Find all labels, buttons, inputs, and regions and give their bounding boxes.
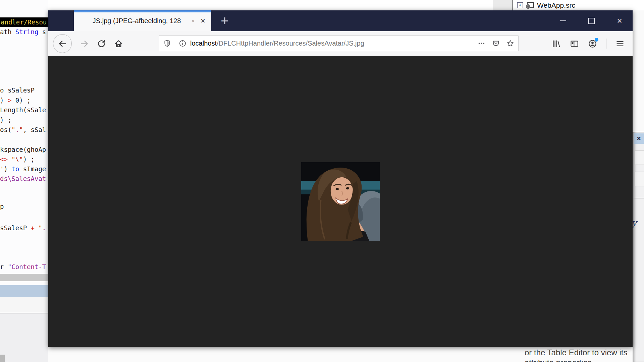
browser-tabbar: JS.jpg (JPEG-afbeelding, 128 × × + × [48,10,633,31]
right-panel-top [633,10,644,132]
menu-icon[interactable] [615,39,625,48]
url-host: localhost [190,40,217,47]
pocket-icon[interactable] [492,40,500,47]
info-icon[interactable] [179,40,186,47]
url-path: /DFLCHttpHandler/Resources/SalesAvatar/J… [217,40,364,47]
account-button[interactable] [588,39,597,48]
tab-title: JS.jpg (JPEG-afbeelding, 128 [74,17,190,25]
account-notification-dot [595,38,598,42]
ide-panel-divider [0,274,48,281]
webapp-icon [526,2,534,9]
browser-window: JS.jpg (JPEG-afbeelding, 128 × × + × [48,10,633,347]
panel-toolbar-button[interactable] [635,150,644,165]
close-icon: × [617,16,622,25]
help-text-line1: or the Table Editor to view its [525,348,627,358]
shield-icon[interactable] [163,40,171,47]
url-text[interactable]: localhost/DFLCHttpHandler/Resources/Sale… [190,40,474,47]
sidebar-icon[interactable] [570,39,579,48]
ide-selected-row[interactable] [0,285,48,297]
minimize-icon [560,20,566,21]
help-text-line2: attribute properties. [525,358,627,362]
help-text: or the Table Editor to view its attribut… [525,348,627,362]
code-line: os(".", sSal [0,125,46,134]
code-line: p [0,202,4,211]
tab-title-truncated: × [192,18,195,24]
tree-node-label: WebApp.src [537,1,575,9]
back-icon [58,39,67,48]
code-line: ') to sImage [0,165,46,173]
back-button[interactable] [53,34,72,53]
maximize-icon [588,18,595,24]
tree-expand-icon[interactable]: + [517,2,523,8]
home-icon[interactable] [114,39,123,48]
url-bar[interactable]: localhost/DFLCHttpHandler/Resources/Sale… [159,35,519,51]
code-line: r "Content-T [0,262,46,271]
browser-content [48,56,633,347]
code-line: ) > 0) ; [0,96,31,105]
avatar-photo[interactable] [301,162,380,241]
ide-corner-chip [0,355,5,362]
browser-tab[interactable]: JS.jpg (JPEG-afbeelding, 128 × × [74,10,211,31]
ide-top-strip: + WebApp.src [48,0,644,10]
tab-close-icon[interactable]: × [198,16,208,26]
urlbar-separator [175,39,175,48]
maximize-button[interactable] [582,10,601,31]
ide-list-row[interactable] [0,297,48,313]
ide-right-panel-edge: × y [633,10,644,362]
panel-toolbar-button[interactable] [635,172,644,186]
page-actions-icon[interactable] [478,40,485,47]
code-line: kspace(ghoAp [0,145,46,154]
panel-divider [633,198,644,198]
library-icon[interactable] [552,39,561,48]
reload-icon[interactable] [97,39,106,48]
code-line: <> "\") ; [0,155,35,164]
tree-column-splitter[interactable] [512,0,513,10]
tree-column-shade [493,0,512,10]
ide-lower-panel [0,313,48,362]
close-button[interactable]: × [610,10,629,31]
bookmark-star-icon[interactable] [506,40,514,47]
code-line: sSalesP + ". [0,224,46,232]
active-tab-indicator [74,10,211,12]
browser-toolbar: localhost/DFLCHttpHandler/Resources/Sale… [48,31,633,56]
code-editor[interactable]: andler/Resouath String so sSalesP) > 0) … [0,0,48,272]
code-line: ath String s [0,27,46,36]
new-tab-button[interactable]: + [215,10,235,31]
code-line: ) ; [0,116,11,124]
forward-icon[interactable] [80,39,89,48]
code-line: o sSalesP [0,86,35,95]
code-line: ds\SalesAvat [0,174,46,183]
code-line: andler/Resou [0,17,48,27]
toolbar-separator [606,39,606,49]
code-line: Length(sSale [0,106,46,114]
tree-node-webapp[interactable]: + WebApp.src [517,0,575,10]
ide-code-editor-panel: andler/Resouath String so sSalesP) > 0) … [0,0,48,362]
panel-close-button[interactable]: × [634,133,644,144]
minimize-button[interactable] [553,10,573,31]
window-controls: × [545,10,629,31]
ide-bottom-strip: or the Table Editor to view its attribut… [48,347,633,362]
